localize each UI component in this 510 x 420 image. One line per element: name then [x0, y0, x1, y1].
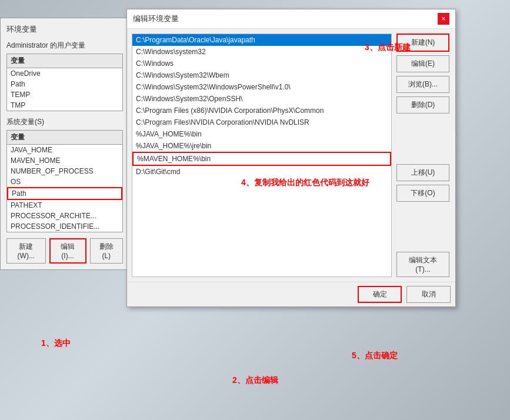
- move-up-button[interactable]: 上移(U): [396, 164, 449, 181]
- path-item-java-home-jre[interactable]: %JAVA_HOME%\jre\bin: [132, 140, 391, 152]
- sys-var-path[interactable]: Path: [7, 187, 122, 200]
- annotation-1-select: 1、选中: [41, 338, 71, 349]
- spacer2: [396, 205, 451, 249]
- browse-path-button[interactable]: 浏览(B)...: [396, 76, 449, 93]
- edit-dialog-title: 编辑环境变量: [133, 14, 179, 24]
- spacer: [396, 117, 451, 161]
- path-item-javapath[interactable]: C:\ProgramData\Oracle\Java\javapath: [132, 34, 391, 46]
- user-var-onedrive[interactable]: OneDrive: [7, 68, 122, 79]
- path-item-wbem[interactable]: C:\Windows\System32\Wbem: [132, 69, 391, 81]
- new-path-button[interactable]: 新建(N): [396, 34, 449, 52]
- new-user-var-button[interactable]: 新建(W)...: [6, 238, 46, 264]
- sys-section-label: 系统变量(S): [6, 117, 123, 127]
- path-item-git-cmd[interactable]: D:\Git\Git\cmd: [132, 166, 391, 178]
- delete-path-button[interactable]: 删除(D): [396, 96, 449, 114]
- edit-user-var-button[interactable]: 编辑(I)...: [49, 238, 86, 264]
- sys-vars-table: 变量 JAVA_HOME MAVEN_HOME NUMBER_OF_PROCES…: [6, 130, 123, 232]
- close-dialog-button[interactable]: ×: [438, 13, 449, 25]
- sys-var-processor-arch[interactable]: PROCESSOR_ARCHITE...: [7, 211, 122, 221]
- sys-vars-header: 变量: [7, 131, 122, 145]
- user-var-tmp[interactable]: TMP: [7, 100, 122, 111]
- sys-var-os[interactable]: OS: [7, 176, 122, 187]
- edit-text-button[interactable]: 编辑文本(T)...: [396, 252, 449, 277]
- edit-dialog-content: C:\ProgramData\Oracle\Java\javapath C:\W…: [127, 29, 455, 282]
- annotation-5-click-ok: 5、点击确定: [352, 351, 398, 361]
- sys-var-processor-id[interactable]: PROCESSOR_IDENTIFIE...: [7, 221, 122, 232]
- sys-section: 系统变量(S) 变量 JAVA_HOME MAVEN_HOME NUMBER_O…: [6, 117, 123, 232]
- path-item-nvidia-nvdlisr[interactable]: C:\Program Files\NVIDIA Corporation\NVID…: [132, 116, 391, 128]
- cancel-button[interactable]: 取消: [406, 286, 451, 303]
- path-item-maven-home-bin[interactable]: %MAVEN_HOME%\bin: [132, 152, 391, 166]
- user-var-temp[interactable]: TEMP: [7, 89, 122, 100]
- edit-dialog-footer: 确定 取消: [127, 282, 455, 306]
- user-var-path[interactable]: Path: [7, 79, 122, 89]
- path-item-windows[interactable]: C:\Windows: [132, 58, 391, 69]
- ok-button[interactable]: 确定: [358, 286, 402, 303]
- move-down-button[interactable]: 下移(O): [396, 185, 449, 202]
- path-item-java-home-bin[interactable]: %JAVA_HOME%\bin: [132, 128, 391, 140]
- path-list[interactable]: C:\ProgramData\Oracle\Java\javapath C:\W…: [132, 34, 392, 277]
- path-item-powershell[interactable]: C:\Windows\System32\WindowsPowerShell\v1…: [132, 81, 391, 93]
- edit-right-buttons: 新建(N) 编辑(E) 浏览(B)... 删除(D) 上移(U) 下移(O) 编…: [396, 29, 455, 282]
- delete-user-var-button[interactable]: 删除(L): [90, 238, 123, 264]
- sys-var-number-of-processors[interactable]: NUMBER_OF_PROCESS: [7, 166, 122, 176]
- env-variables-window: 环境变量 Administrator 的用户变量 变量 OneDrive Pat…: [0, 18, 129, 270]
- path-item-system32[interactable]: C:\Windows\system32: [132, 46, 391, 58]
- user-vars-table: 变量 OneDrive Path TEMP TMP: [6, 54, 123, 111]
- path-item-nvidia-physx[interactable]: C:\Program Files (x86)\NVIDIA Corporatio…: [132, 105, 391, 116]
- sys-var-pathext[interactable]: PATHEXT: [7, 200, 122, 211]
- annotation-2-click-edit: 2、点击编辑: [232, 375, 278, 386]
- edit-dialog-titlebar: 编辑环境变量 ×: [127, 9, 455, 29]
- sys-var-maven-home[interactable]: MAVEN_HOME: [7, 155, 122, 166]
- edit-env-dialog: 编辑环境变量 × C:\ProgramData\Oracle\Java\java…: [126, 9, 456, 307]
- sys-var-java-home[interactable]: JAVA_HOME: [7, 145, 122, 155]
- admin-section-label: Administrator 的用户变量: [6, 41, 123, 51]
- env-window-title: 环境变量: [6, 24, 123, 35]
- edit-path-button[interactable]: 编辑(E): [396, 55, 449, 72]
- env-bottom-buttons: 新建(W)... 编辑(I)... 删除(L): [6, 238, 123, 264]
- user-vars-header: 变量: [7, 54, 122, 68]
- path-item-openssh[interactable]: C:\Windows\System32\OpenSSH\: [132, 93, 391, 105]
